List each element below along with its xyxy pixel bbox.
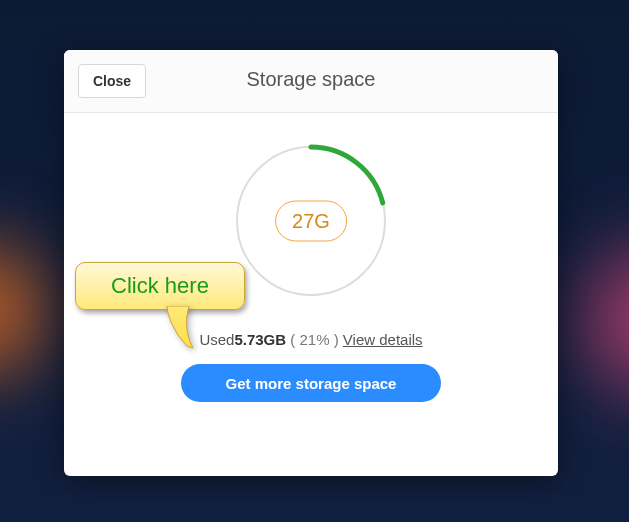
get-more-storage-button[interactable]: Get more storage space xyxy=(181,364,441,402)
view-details-link[interactable]: View details xyxy=(343,331,423,348)
usage-summary: Used5.73GB ( 21% ) View details xyxy=(64,331,558,348)
gauge-total-label: 27G xyxy=(275,201,347,242)
page-background: Close Storage space 27G Used5.73GB ( 21%… xyxy=(0,0,629,522)
modal-header: Close Storage space xyxy=(64,50,558,113)
modal-body: 27G Used5.73GB ( 21% ) View details Get … xyxy=(64,113,558,402)
used-value: 5.73GB xyxy=(234,331,286,348)
storage-modal: Close Storage space 27G Used5.73GB ( 21%… xyxy=(64,50,558,476)
storage-gauge: 27G xyxy=(231,141,391,301)
decorative-glow-pink xyxy=(549,210,629,430)
used-prefix: Used xyxy=(199,331,234,348)
used-percent: ( 21% ) xyxy=(290,331,338,348)
close-button[interactable]: Close xyxy=(78,64,146,98)
